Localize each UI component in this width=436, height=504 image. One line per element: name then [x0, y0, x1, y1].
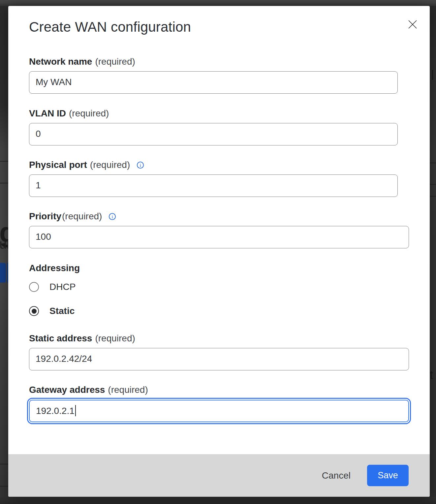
field-network-name: Network name (required) My WAN: [29, 56, 409, 94]
svg-text:i: i: [112, 214, 113, 219]
backdrop-blue-button-fragment: [0, 263, 6, 283]
network-name-input[interactable]: My WAN: [29, 71, 398, 94]
radio-static-label: Static: [49, 306, 75, 316]
gateway-address-label: Gateway address (required): [29, 384, 409, 395]
radio-button-icon[interactable]: [29, 282, 39, 292]
dialog-title: Create WAN configuration: [29, 6, 409, 36]
dialog-footer: Cancel Save: [8, 454, 430, 497]
field-vlan-id: VLAN ID (required) 0: [29, 108, 409, 145]
static-address-label: Static address (required): [29, 333, 409, 344]
backdrop-right-strip: l t: [430, 6, 436, 504]
static-address-input[interactable]: 192.0.2.42/24: [29, 348, 409, 370]
backdrop-bottom-strip: [0, 497, 436, 504]
text-cursor: [75, 405, 76, 416]
create-wan-dialog: Create WAN configuration Network name (r…: [8, 6, 430, 497]
physical-port-input[interactable]: 1: [29, 174, 398, 197]
backdrop-row-divider: [430, 196, 436, 197]
field-priority: Priority (required) i 100: [29, 211, 409, 248]
info-icon[interactable]: i: [137, 161, 144, 169]
backdrop-row-divider: [0, 183, 8, 183]
priority-label: Priority (required) i: [29, 211, 409, 222]
network-name-label: Network name (required): [29, 56, 409, 67]
close-icon: [407, 19, 418, 30]
save-button[interactable]: Save: [367, 465, 409, 486]
field-static-address: Static address (required) 192.0.2.42/24: [29, 333, 409, 370]
gateway-address-input[interactable]: 192.0.2.1: [29, 400, 409, 422]
radio-button-selected-icon[interactable]: [29, 306, 39, 316]
radio-dhcp[interactable]: DHCP: [29, 281, 409, 293]
cancel-button[interactable]: Cancel: [317, 467, 355, 484]
backdrop-row-divider: [0, 161, 8, 162]
backdrop-text-fragment: l: [431, 68, 434, 83]
physical-port-label: Physical port (required) i: [29, 159, 409, 171]
field-physical-port: Physical port (required) i 1: [29, 159, 409, 197]
backdrop-row-divider: [430, 184, 436, 185]
backdrop-row-divider: [0, 464, 8, 464]
backdrop-left-strip: gu ur: [0, 6, 8, 504]
vlan-id-label: VLAN ID (required): [29, 108, 409, 119]
addressing-heading: Addressing: [29, 263, 409, 274]
radio-static[interactable]: Static: [29, 305, 409, 317]
svg-text:i: i: [140, 163, 141, 168]
close-button[interactable]: [407, 19, 418, 30]
backdrop-row-divider: [0, 486, 8, 487]
radio-dhcp-label: DHCP: [49, 282, 76, 292]
vlan-id-input[interactable]: 0: [29, 123, 398, 145]
info-icon[interactable]: i: [109, 213, 116, 220]
backdrop-text-fragment: t: [430, 368, 433, 382]
backdrop-row-divider: [430, 163, 436, 163]
field-gateway-address: Gateway address (required) 192.0.2.1: [29, 384, 409, 422]
backdrop-top-strip: [0, 0, 436, 6]
priority-input[interactable]: 100: [29, 226, 409, 248]
backdrop-text-fragment: ur: [0, 237, 8, 252]
